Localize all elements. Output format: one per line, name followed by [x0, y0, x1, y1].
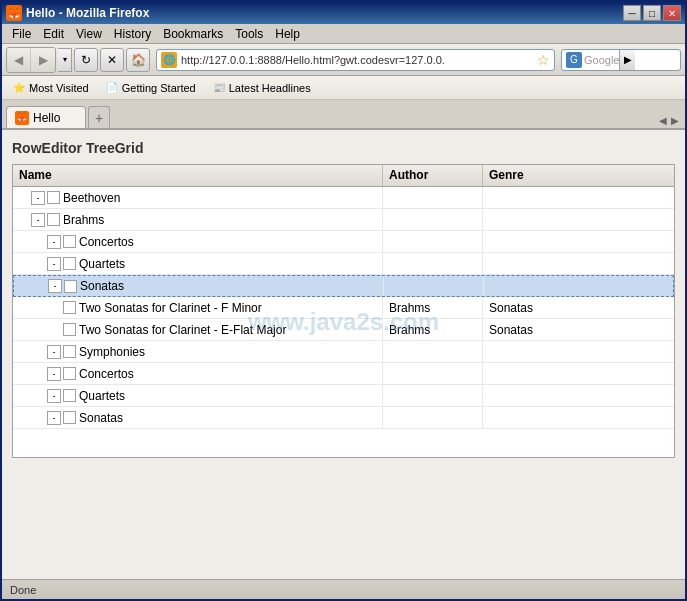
- cell-author: [383, 385, 483, 406]
- tab-scroll-left[interactable]: ◀: [657, 113, 669, 128]
- history-dropdown[interactable]: ▾: [58, 48, 72, 72]
- address-text: http://127.0.0.1:8888/Hello.html?gwt.cod…: [181, 54, 535, 66]
- cell-author: [383, 253, 483, 274]
- home-button[interactable]: 🏠: [126, 48, 150, 72]
- tab-favicon: 🦊: [15, 111, 29, 125]
- row-label: Quartets: [79, 389, 125, 403]
- search-input[interactable]: Google: [584, 54, 619, 66]
- expand-button[interactable]: -: [31, 213, 45, 227]
- table-row[interactable]: - Beethoven: [13, 187, 674, 209]
- table-row[interactable]: - Concertos: [13, 231, 674, 253]
- back-button[interactable]: ◀: [7, 48, 31, 72]
- tab-hello[interactable]: 🦊 Hello: [6, 106, 86, 128]
- cell-author: [383, 407, 483, 428]
- tab-label: Hello: [33, 111, 60, 125]
- cell-name: - Quartets: [13, 385, 383, 406]
- cell-name: Two Sonatas for Clarinet - E-Flat Major: [13, 319, 383, 340]
- reload-button[interactable]: ↻: [74, 48, 98, 72]
- title-bar: 🦊 Hello - Mozilla Firefox ─ □ ✕: [2, 2, 685, 24]
- toolbar: ◀ ▶ ▾ ↻ ✕ 🏠 🌐 http://127.0.0.1:8888/Hell…: [2, 44, 685, 76]
- expand-button[interactable]: -: [48, 279, 62, 293]
- cell-author: [383, 363, 483, 384]
- cell-genre: [483, 253, 583, 274]
- cell-author: [383, 187, 483, 208]
- expand-button[interactable]: -: [47, 411, 61, 425]
- browser-window: 🦊 Hello - Mozilla Firefox ─ □ ✕ File Edi…: [0, 0, 687, 601]
- cell-name: - Beethoven: [13, 187, 383, 208]
- address-bar[interactable]: 🌐 http://127.0.0.1:8888/Hello.html?gwt.c…: [156, 49, 555, 71]
- tab-scroll-right[interactable]: ▶: [669, 113, 681, 128]
- menu-tools[interactable]: Tools: [229, 25, 269, 43]
- table-row[interactable]: - Quartets: [13, 253, 674, 275]
- expand-button[interactable]: -: [47, 389, 61, 403]
- menu-file[interactable]: File: [6, 25, 37, 43]
- bookmark-getting-started[interactable]: 📄 Getting Started: [99, 79, 202, 97]
- menu-view[interactable]: View: [70, 25, 108, 43]
- treegrid-body[interactable]: www.java2s.com - Beethoven: [13, 187, 674, 457]
- menu-help[interactable]: Help: [269, 25, 306, 43]
- tab-bar-right: ◀ ▶: [110, 113, 681, 128]
- stop-button[interactable]: ✕: [100, 48, 124, 72]
- cell-name: - Concertos: [13, 363, 383, 384]
- expand-button[interactable]: -: [47, 235, 61, 249]
- table-row[interactable]: Two Sonatas for Clarinet - F Minor Brahm…: [13, 297, 674, 319]
- bookmark-star[interactable]: ☆: [537, 52, 550, 68]
- expand-button[interactable]: -: [47, 345, 61, 359]
- tab-bar: 🦊 Hello + ◀ ▶: [2, 100, 685, 128]
- row-checkbox[interactable]: [63, 301, 76, 314]
- col-header-author: Author: [383, 165, 483, 186]
- row-checkbox[interactable]: [63, 257, 76, 270]
- bookmarks-bar: ⭐ Most Visited 📄 Getting Started 📰 Lates…: [2, 76, 685, 100]
- cell-genre: Sonatas: [483, 297, 583, 318]
- row-checkbox[interactable]: [63, 345, 76, 358]
- table-row[interactable]: - Symphonies: [13, 341, 674, 363]
- bookmark-label: Getting Started: [122, 82, 196, 94]
- col-header-name: Name: [13, 165, 383, 186]
- row-checkbox[interactable]: [64, 280, 77, 293]
- row-checkbox[interactable]: [47, 213, 60, 226]
- row-label: Concertos: [79, 235, 134, 249]
- menu-history[interactable]: History: [108, 25, 157, 43]
- treegrid-header: Name Author Genre: [13, 165, 674, 187]
- row-checkbox[interactable]: [47, 191, 60, 204]
- search-go-button[interactable]: ▶: [619, 50, 635, 70]
- cell-genre: [483, 407, 583, 428]
- search-box[interactable]: G Google ▶: [561, 49, 681, 71]
- table-row[interactable]: - Brahms: [13, 209, 674, 231]
- status-bar: Done: [2, 579, 685, 599]
- maximize-button[interactable]: □: [643, 5, 661, 21]
- menu-bar: File Edit View History Bookmarks Tools H…: [2, 24, 685, 44]
- table-row[interactable]: - Sonatas: [13, 407, 674, 429]
- cell-author: [383, 209, 483, 230]
- table-row[interactable]: - Concertos: [13, 363, 674, 385]
- menu-edit[interactable]: Edit: [37, 25, 70, 43]
- window-controls: ─ □ ✕: [623, 5, 681, 21]
- forward-button[interactable]: ▶: [31, 48, 55, 72]
- row-checkbox[interactable]: [63, 367, 76, 380]
- row-checkbox[interactable]: [63, 235, 76, 248]
- menu-bookmarks[interactable]: Bookmarks: [157, 25, 229, 43]
- treegrid: Name Author Genre www.java2s.com - Beeth…: [12, 164, 675, 458]
- cell-author: [383, 231, 483, 252]
- cell-name: - Symphonies: [13, 341, 383, 362]
- bookmark-most-visited[interactable]: ⭐ Most Visited: [6, 79, 95, 97]
- cell-genre: [483, 187, 583, 208]
- cell-genre: Sonatas: [483, 319, 583, 340]
- expand-button[interactable]: -: [31, 191, 45, 205]
- expand-button[interactable]: -: [47, 257, 61, 271]
- table-row[interactable]: Two Sonatas for Clarinet - E-Flat Major …: [13, 319, 674, 341]
- expand-button[interactable]: -: [47, 367, 61, 381]
- bookmark-label: Most Visited: [29, 82, 89, 94]
- row-checkbox[interactable]: [63, 323, 76, 336]
- table-row[interactable]: - Quartets: [13, 385, 674, 407]
- bookmark-latest-headlines[interactable]: 📰 Latest Headlines: [206, 79, 317, 97]
- row-checkbox[interactable]: [63, 411, 76, 424]
- row-label: Brahms: [63, 213, 104, 227]
- new-tab-button[interactable]: +: [88, 106, 110, 128]
- cell-name: - Concertos: [13, 231, 383, 252]
- table-row[interactable]: - Sonatas: [13, 275, 674, 297]
- minimize-button[interactable]: ─: [623, 5, 641, 21]
- row-label: Sonatas: [80, 279, 124, 293]
- row-checkbox[interactable]: [63, 389, 76, 402]
- close-button[interactable]: ✕: [663, 5, 681, 21]
